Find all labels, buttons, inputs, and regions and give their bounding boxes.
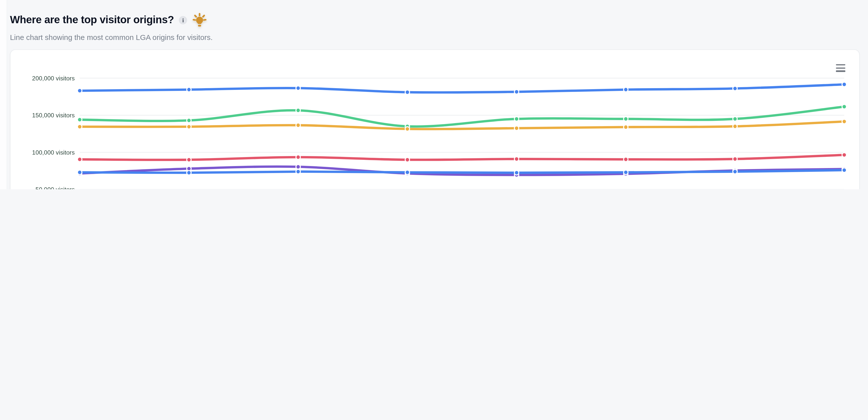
dashboard-page: Where are the top visitor origins? i Lin… [0, 0, 868, 189]
svg-text:50,000 visitors: 50,000 visitors [35, 186, 74, 189]
chart-section-header: Where are the top visitor origins? i [10, 12, 207, 28]
svg-text:100,000 visitors: 100,000 visitors [32, 149, 75, 156]
origin-line-chart: 200,000 visitors150,000 visitors100,000 … [10, 50, 859, 189]
page-left-edge [0, 0, 7, 189]
svg-text:200,000 visitors: 200,000 visitors [32, 75, 75, 82]
chart-section-subtitle: Line chart showing the most common LGA o… [10, 33, 213, 41]
lightbulb-icon[interactable] [192, 12, 207, 27]
svg-text:150,000 visitors: 150,000 visitors [32, 112, 75, 119]
chart-section-title: Where are the top visitor origins? [10, 14, 174, 26]
info-icon[interactable]: i [179, 16, 187, 24]
line-chart-card: 200,000 visitors150,000 visitors100,000 … [10, 49, 860, 189]
